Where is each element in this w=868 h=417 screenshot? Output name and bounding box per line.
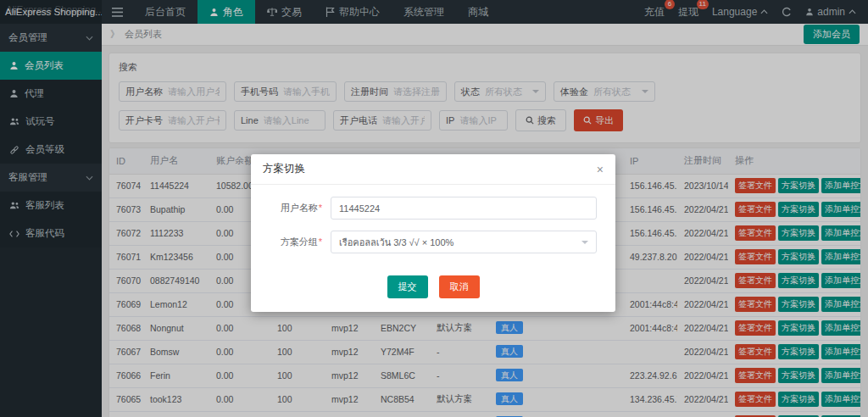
cancel-button[interactable]: 取消 bbox=[439, 275, 480, 298]
plan-group-label: 方案分组 bbox=[281, 236, 318, 247]
submit-button[interactable]: 提交 bbox=[387, 275, 428, 298]
close-icon[interactable]: × bbox=[597, 164, 604, 175]
plan-switch-modal: 方案切换 × 用户名称* 方案分组* เรือคอลลเว้น 3/3 √√ ×… bbox=[251, 154, 615, 312]
plan-group-value: เรือคอลลเว้น 3/3 √√ × 100% bbox=[339, 235, 453, 250]
required-mark: * bbox=[319, 203, 322, 213]
required-mark: * bbox=[319, 236, 322, 247]
username-field[interactable] bbox=[331, 197, 597, 220]
chevron-down-icon bbox=[581, 241, 588, 247]
plan-group-select[interactable]: เรือคอลลเว้น 3/3 √√ × 100% bbox=[331, 231, 597, 253]
username-label: 用户名称 bbox=[281, 203, 318, 213]
modal-title: 方案切换 bbox=[263, 162, 305, 176]
